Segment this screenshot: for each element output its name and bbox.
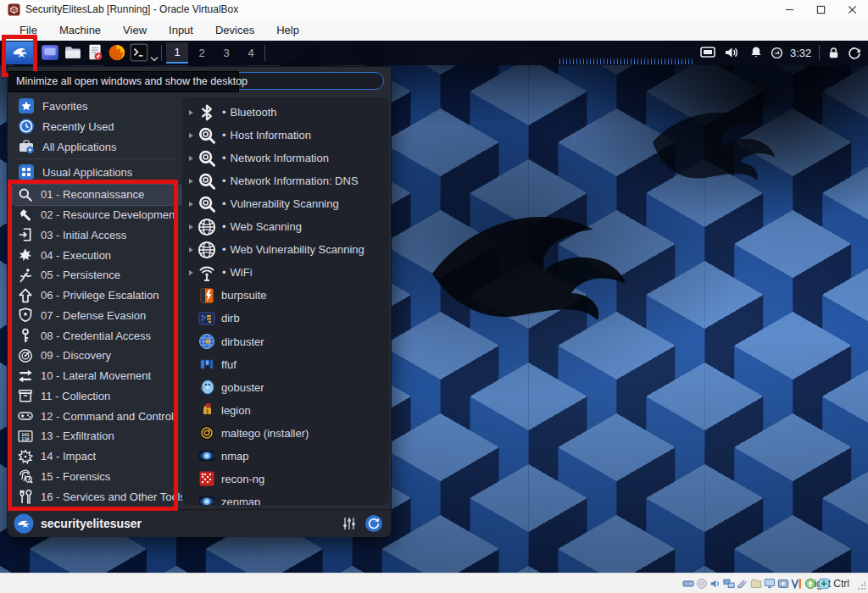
window-title: SecurityElitesLab [Running] - Oracle Vir… xyxy=(25,3,238,15)
session-logout-icon[interactable] xyxy=(848,47,861,60)
category-item-03-initial-access[interactable]: 03 - Initial Access xyxy=(13,225,181,246)
app-item-gobuster[interactable]: gobuster xyxy=(184,376,386,399)
clock[interactable]: 3:32 xyxy=(790,41,811,65)
close-button[interactable] xyxy=(837,0,868,19)
bullet-char: • xyxy=(222,106,226,119)
tools-icon xyxy=(18,489,33,504)
settings-sliders-button[interactable] xyxy=(342,516,357,531)
menu-item-input[interactable]: Input xyxy=(158,24,204,36)
favorites-icon xyxy=(18,97,35,114)
category-item-08-credential-access[interactable]: 08 - Credential Access xyxy=(13,325,181,346)
lock-icon[interactable] xyxy=(827,47,840,59)
category-item-14-impact[interactable]: 14 - Impact xyxy=(13,446,181,467)
taskbar-launcher-undercover-window[interactable] xyxy=(41,43,59,62)
app-item-maltego-installer[interactable]: maltego (installer) xyxy=(184,422,386,445)
directory-item-network-information-dns[interactable]: •Network Information: DNS xyxy=(184,169,386,192)
kali-menu-icon xyxy=(8,43,31,64)
menu-item-view[interactable]: View xyxy=(112,24,158,36)
menu-item-help[interactable]: Help xyxy=(265,24,310,36)
cpu-graph xyxy=(559,58,695,64)
app-item-ffuf[interactable]: ffuf xyxy=(184,353,386,376)
statusbar-optical-disk-icon[interactable] xyxy=(696,578,708,590)
directory-item-web-scanning[interactable]: •Web Scanning xyxy=(184,215,386,238)
directory-item-web-vulnerability-scanning[interactable]: •Web Vulnerability Scanning xyxy=(184,238,386,261)
usual-apps-icon xyxy=(18,163,35,180)
workspace-button-1[interactable]: 1 xyxy=(166,42,188,64)
gamepad-icon xyxy=(18,408,33,424)
statusbar-network-icon[interactable] xyxy=(723,578,735,590)
category-item-12-command-and-control[interactable]: 12 - Command and Control xyxy=(13,406,181,426)
menu-item-file[interactable]: File xyxy=(8,24,48,36)
directory-item-host-information[interactable]: •Host Information xyxy=(184,124,386,147)
category-item-05-persistence[interactable]: 05 - Persistence xyxy=(13,265,181,285)
taskbar-notifications-icon[interactable] xyxy=(749,46,763,59)
resize-grip[interactable] xyxy=(857,582,865,590)
statusbar-recording-icon[interactable] xyxy=(777,578,789,590)
app-item-legion[interactable]: legion xyxy=(184,399,386,422)
category-item-04-execution[interactable]: 04 - Execution xyxy=(13,245,181,265)
taskbar-separator xyxy=(819,45,820,61)
expand-arrow-icon xyxy=(184,224,198,230)
sidebar-item-usual-applications[interactable]: Usual Applications xyxy=(13,163,181,181)
category-item-13-exfiltration[interactable]: 10111013 - Exfiltration xyxy=(13,426,181,446)
ffuf-icon xyxy=(198,356,215,373)
expand-arrow-icon xyxy=(189,110,193,115)
taskbar-display-icon[interactable] xyxy=(700,47,715,58)
radar-icon xyxy=(18,348,33,363)
statusbar-shared-folders-icon[interactable] xyxy=(750,578,762,590)
expand-arrow-icon xyxy=(189,133,193,138)
sidebar-item-all-applications[interactable]: All Applications xyxy=(13,137,181,156)
directory-item-network-information[interactable]: •Network Information xyxy=(184,147,386,169)
directory-item-wifi[interactable]: •WiFi xyxy=(184,261,386,284)
taskbar-status-dot-icon[interactable] xyxy=(771,47,783,59)
logout-button[interactable] xyxy=(364,514,383,533)
category-item-07-defense-evasion[interactable]: 07 - Defense Evasion xyxy=(13,306,181,326)
taskbar-volume-icon[interactable] xyxy=(724,46,739,59)
sidebar-item-recently-used[interactable]: Recently Used xyxy=(13,117,181,136)
statusbar-hard-disk-icon[interactable] xyxy=(682,578,694,590)
category-item-01-reconnaissance[interactable]: 01 - Reconnaissance xyxy=(13,185,181,205)
app-item-zenmap[interactable]: zenmap xyxy=(184,490,386,505)
app-item-burpsuite[interactable]: burpsuite xyxy=(184,284,386,307)
app-item-dirb[interactable]: dirb xyxy=(184,307,386,330)
app-item-recon-ng[interactable]: recon-ng xyxy=(184,468,386,490)
statusbar-mouse-integration-icon[interactable] xyxy=(804,578,816,590)
workspace-button-2[interactable]: 2 xyxy=(191,42,213,64)
menu-item-devices[interactable]: Devices xyxy=(204,24,265,36)
terminal-icon xyxy=(130,50,148,64)
statusbar-audio-icon[interactable] xyxy=(709,578,721,590)
sidebar-item-favorites[interactable]: Favorites xyxy=(13,97,181,115)
bullet-char: • xyxy=(222,129,226,141)
directory-item-vulnerability-scanning[interactable]: •Vulnerability Scanning xyxy=(184,192,386,215)
app-menu-button[interactable] xyxy=(4,42,35,64)
statusbar-keyboard-capture-icon[interactable] xyxy=(818,578,830,590)
app-item-dirbuster[interactable]: dirbuster xyxy=(184,330,386,353)
workspace-button-3[interactable]: 3 xyxy=(215,42,237,64)
statusbar-usb-icon[interactable] xyxy=(737,578,748,590)
bullet-char: • xyxy=(222,266,226,279)
category-item-15-forensics[interactable]: 15 - Forensics xyxy=(13,467,181,487)
maximize-button[interactable] xyxy=(805,0,837,19)
minimize-button[interactable] xyxy=(774,0,805,19)
category-item-11-collection[interactable]: 11 - Collection xyxy=(13,386,181,407)
workspace-button-4[interactable]: 4 xyxy=(240,42,262,64)
category-item-09-discovery[interactable]: 09 - Discovery xyxy=(13,346,181,366)
app-item-nmap[interactable]: nmap xyxy=(184,445,386,468)
menu-item-machine[interactable]: Machine xyxy=(48,24,112,36)
category-item-16-services-and-other-tools[interactable]: 16 - Services and Other Tools xyxy=(13,486,181,507)
app-label: ffuf xyxy=(221,358,236,371)
taskbar-launcher-terminal[interactable] xyxy=(130,43,148,62)
window-controls xyxy=(774,0,868,19)
taskbar-launcher-file-manager[interactable] xyxy=(64,43,82,62)
taskbar-separator xyxy=(264,45,265,61)
sidebar-item-label: Recently Used xyxy=(42,120,114,133)
category-item-06-privilege-escalation[interactable]: 06 - Privilege Escalation xyxy=(13,285,181,306)
statusbar-virtualization-icon[interactable] xyxy=(791,578,803,590)
directory-item-bluetooth[interactable]: •Bluetooth xyxy=(184,101,386,124)
statusbar-display-icon[interactable] xyxy=(764,578,776,590)
category-item-02-resource-development[interactable]: 02 - Resource Development xyxy=(13,205,181,225)
taskbar-launcher-firefox[interactable] xyxy=(108,43,126,62)
taskbar-launcher-text-editor[interactable] xyxy=(86,43,104,62)
chevron-down-icon[interactable] xyxy=(150,50,159,56)
category-item-10-lateral-movement[interactable]: 10 - Lateral Movement xyxy=(13,366,181,386)
